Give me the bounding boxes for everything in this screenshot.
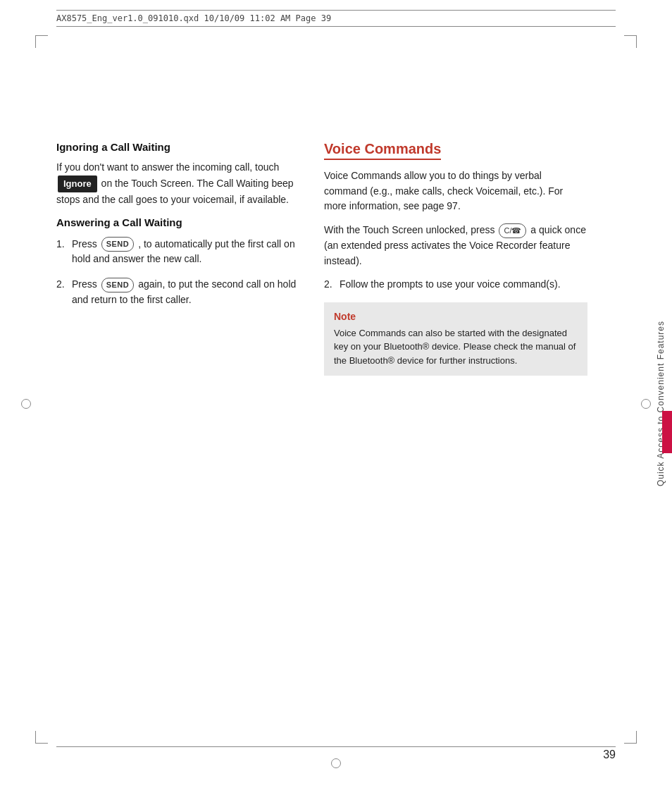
- sidebar-tab-label: Quick Access to Convenient Features: [657, 321, 665, 486]
- list-num-2: 2.: [56, 277, 72, 308]
- reg-mark-left: [21, 399, 31, 409]
- left-heading: Ignoring a Call Waiting: [56, 141, 303, 153]
- note-text: Voice Commands can also be started with …: [334, 326, 578, 368]
- corner-mark-tr: [624, 35, 637, 48]
- corner-mark-br: [624, 731, 637, 744]
- answering-subheading: Answering a Call Waiting: [56, 216, 303, 228]
- list-content-1: Press SEND , to automatically put the fi…: [72, 237, 303, 268]
- ci-button-icon: C/☎: [499, 223, 526, 238]
- list-item-1: 1. Press SEND , to automatically put the…: [56, 237, 303, 268]
- voice-list-item: 2. Follow the prompts to use your voice …: [324, 277, 587, 292]
- send-icon-1: SEND: [101, 237, 135, 252]
- ignoring-intro: If you don't want to answer the incoming…: [56, 160, 303, 208]
- list-item-2: 2. Press SEND again, to put the second c…: [56, 277, 303, 308]
- send-icon-2: SEND: [101, 278, 135, 292]
- voice-list-content: Follow the prompts to use your voice com…: [340, 277, 587, 292]
- para2-before: With the Touch Screen unlocked, press: [324, 224, 497, 235]
- intro-text-before: If you don't want to answer the incoming…: [56, 161, 279, 173]
- corner-mark-bl: [35, 731, 48, 744]
- voice-commands-heading: Voice Commands: [324, 141, 441, 160]
- note-box: Note Voice Commands can also be started …: [324, 302, 587, 376]
- page-number: 39: [603, 749, 616, 761]
- sidebar-tab-bar: [662, 411, 672, 453]
- bottom-line: [56, 746, 616, 747]
- voice-list-num: 2.: [324, 277, 340, 292]
- corner-mark-tl: [35, 35, 48, 48]
- page-header: AX8575_Eng_ver1.0_091010.qxd 10/10/09 11…: [56, 10, 616, 27]
- left-column: Ignoring a Call Waiting If you don't wan…: [56, 56, 324, 737]
- content-area: Ignoring a Call Waiting If you don't wan…: [56, 56, 602, 737]
- ignore-button-display: Ignore: [58, 175, 97, 192]
- voice-commands-para2: With the Touch Screen unlocked, press C/…: [324, 223, 587, 269]
- header-text: AX8575_Eng_ver1.0_091010.qxd 10/10/09 11…: [56, 13, 331, 23]
- reg-mark-bottom: [331, 758, 341, 768]
- right-column: Voice Commands Voice Commands allow you …: [324, 56, 602, 737]
- list-content-2: Press SEND again, to put the second call…: [72, 277, 303, 308]
- list-num-1: 1.: [56, 237, 72, 268]
- sidebar-tab: Quick Access to Convenient Features: [649, 0, 672, 807]
- note-label: Note: [334, 311, 578, 322]
- voice-commands-para1: Voice Commands allow you to do things by…: [324, 168, 587, 214]
